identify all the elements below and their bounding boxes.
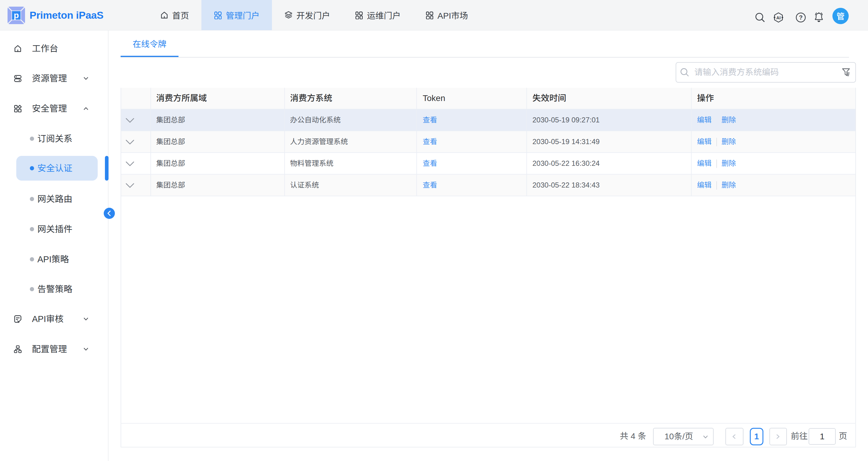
svg-text:AI: AI <box>776 16 781 20</box>
svg-text:?: ? <box>799 14 803 21</box>
svg-text:p: p <box>13 10 19 20</box>
